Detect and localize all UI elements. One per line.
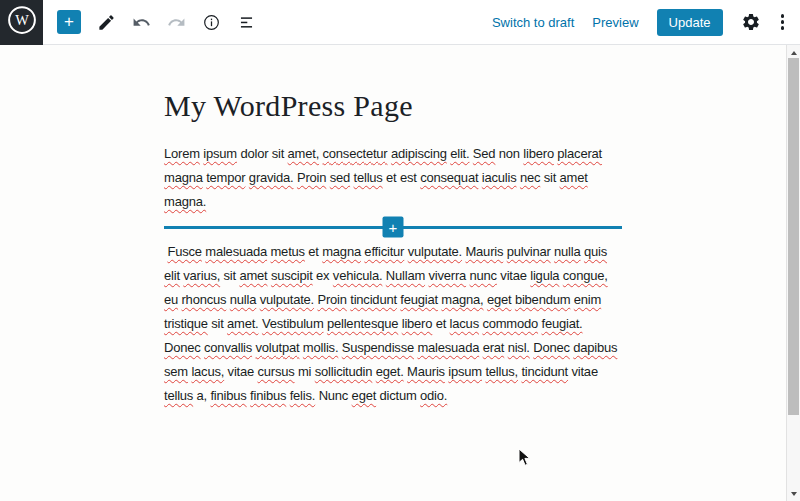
block-navigation-list-icon[interactable]: [236, 12, 256, 32]
content-structure-info-icon[interactable]: [201, 12, 221, 32]
content-column: My WordPress Page Lorem ipsum dolor sit …: [164, 88, 622, 408]
up-triangle-icon: [791, 51, 797, 55]
paragraph-block-1[interactable]: Lorem ipsum dolor sit amet, consectetur …: [164, 142, 622, 214]
wordpress-logo-icon: W: [7, 5, 37, 39]
topbar-actions: Switch to draft Preview Update: [492, 9, 800, 36]
edit-pencil-icon[interactable]: [96, 12, 116, 32]
editor-canvas: My WordPress Page Lorem ipsum dolor sit …: [0, 46, 786, 501]
add-block-button[interactable]: +: [383, 217, 404, 238]
editor-top-bar: W +: [0, 0, 800, 45]
block-inserter-toolbar-button[interactable]: +: [57, 10, 81, 34]
update-button[interactable]: Update: [657, 9, 723, 36]
redo-icon[interactable]: [166, 12, 186, 32]
page-title[interactable]: My WordPress Page: [164, 88, 622, 124]
svg-text:W: W: [15, 12, 29, 28]
toolbar-tools: +: [43, 10, 256, 34]
between-blocks-inserter: +: [164, 214, 622, 240]
preview-button[interactable]: Preview: [592, 15, 638, 30]
undo-icon[interactable]: [131, 12, 151, 32]
wordpress-logo-button[interactable]: W: [0, 0, 43, 45]
scrollbar-down-arrow[interactable]: [787, 487, 800, 500]
down-triangle-icon: [791, 492, 797, 496]
scrollbar-thumb[interactable]: [788, 58, 799, 415]
switch-to-draft-button[interactable]: Switch to draft: [492, 15, 574, 30]
more-options-kebab-icon[interactable]: [779, 12, 787, 32]
paragraph-block-2[interactable]: Fusce malesuada metus et magna efficitur…: [164, 240, 622, 408]
vertical-scrollbar[interactable]: [786, 45, 800, 501]
settings-gear-icon[interactable]: [741, 12, 761, 32]
